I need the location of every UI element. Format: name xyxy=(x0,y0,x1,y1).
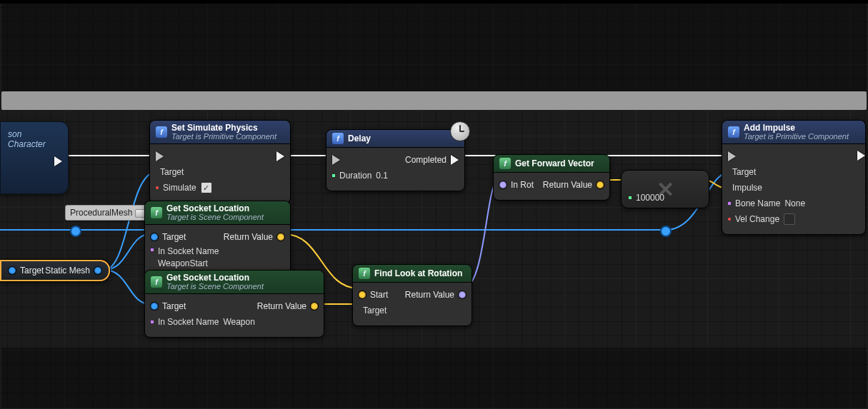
pin-bone-label: Bone Name xyxy=(735,198,780,208)
function-icon: f xyxy=(332,133,344,144)
node-subtitle: Target is Scene Component xyxy=(166,283,264,291)
socketname-field[interactable]: WeaponStart xyxy=(158,258,219,268)
pin-duration[interactable] xyxy=(332,174,335,177)
function-icon: f xyxy=(499,158,511,169)
pin-target-label: Target xyxy=(363,306,386,315)
pin-vel-label: Vel Change xyxy=(735,214,779,224)
component-chip-proceduralmesh[interactable]: ProceduralMesh xyxy=(65,205,149,221)
function-icon: f xyxy=(151,207,162,218)
pin-return-label: Return Value xyxy=(405,290,454,300)
node-multiply[interactable]: ✕ 100000 xyxy=(621,170,709,208)
reroute-2[interactable] xyxy=(660,226,672,237)
node-cast-to-character[interactable]: son Character xyxy=(0,121,69,194)
pin-bonename[interactable] xyxy=(728,202,731,205)
blueprint-canvas[interactable]: son Character ProceduralMesh Target Stat… xyxy=(0,0,868,409)
pin-staticmesh-label: Static Mesh xyxy=(45,266,90,276)
pin-socketname[interactable] xyxy=(151,320,154,323)
pin-simulate[interactable] xyxy=(156,186,159,189)
pin-return-label: Return Value xyxy=(257,301,306,311)
node-title: Find Look at Rotation xyxy=(374,269,462,278)
exec-out-icon[interactable] xyxy=(54,156,62,166)
node-subtitle: Target is Primitive Component xyxy=(744,133,849,141)
node-static-mesh-get[interactable]: Target Static Mesh xyxy=(0,260,110,281)
velchange-checkbox[interactable] xyxy=(784,213,795,225)
node-title: Set Simulate Physics xyxy=(171,123,276,133)
node-get-forward-vector[interactable]: f Get Forward Vector In Rot Return Value xyxy=(493,154,610,201)
node-title: Add Impulse xyxy=(744,123,849,133)
pin-simulate-label: Simulate xyxy=(163,183,196,193)
node-title: Delay xyxy=(348,134,371,143)
pin-socketname-label: In Socket Name xyxy=(158,246,219,256)
pin-velchange[interactable] xyxy=(728,218,731,221)
function-icon: f xyxy=(359,268,370,279)
reroute-1[interactable] xyxy=(70,226,81,237)
node-add-impulse[interactable]: f Add Impulse Target is Primitive Compon… xyxy=(722,120,866,235)
exec-in-icon[interactable] xyxy=(156,151,164,161)
pin-return-label: Return Value xyxy=(224,232,273,242)
cast-subtitle: son Character xyxy=(1,122,68,153)
exec-out-icon[interactable] xyxy=(276,151,284,161)
function-icon: f xyxy=(151,276,162,288)
node-subtitle: Target is Primitive Component xyxy=(171,133,276,141)
function-icon: f xyxy=(156,126,167,138)
pin-impulse-label: Impulse xyxy=(732,183,762,193)
pin-target-label: Target xyxy=(160,167,184,177)
pin-return[interactable] xyxy=(459,291,466,298)
pin-target[interactable] xyxy=(151,303,158,310)
function-icon: f xyxy=(728,126,739,138)
duration-field[interactable]: 0.1 xyxy=(376,171,388,181)
comment-titlebar[interactable] xyxy=(1,91,867,110)
bone-field[interactable]: None xyxy=(784,198,805,208)
socketname-field[interactable]: Weapon xyxy=(223,317,261,327)
pin-target[interactable] xyxy=(151,233,158,241)
node-subtitle: Target is Scene Component xyxy=(166,213,264,222)
pin-return[interactable] xyxy=(277,233,284,241)
pin-target-label: Target xyxy=(20,266,44,276)
pin-start[interactable] xyxy=(359,291,366,298)
pin-staticmesh-out[interactable] xyxy=(94,267,101,274)
comment-region-bottom xyxy=(1,348,867,408)
pin-duration-label: Duration xyxy=(339,171,371,181)
pin-target-label: Target xyxy=(162,301,186,311)
pin-inrot[interactable] xyxy=(499,181,507,188)
exec-in-icon[interactable] xyxy=(332,155,340,165)
simulate-checkbox[interactable]: ✓ xyxy=(201,182,212,193)
node-get-socket-location-1[interactable]: f Get Socket Location Target is Scene Co… xyxy=(144,201,291,276)
node-set-simulate-physics[interactable]: f Set Simulate Physics Target is Primiti… xyxy=(149,120,291,203)
comment-region-top xyxy=(1,4,867,91)
node-get-socket-location-2[interactable]: f Get Socket Location Target is Scene Co… xyxy=(144,270,324,338)
exec-in-icon[interactable] xyxy=(728,151,736,161)
pin-socketname[interactable] xyxy=(151,248,154,251)
exec-completed-icon[interactable] xyxy=(451,155,459,165)
pin-return-label: Return Value xyxy=(543,180,592,190)
pin-completed-label: Completed xyxy=(405,155,447,165)
node-title: Get Socket Location xyxy=(166,204,264,213)
clock-icon xyxy=(450,121,470,141)
pin-inrot-label: In Rot xyxy=(511,180,534,190)
pin-b[interactable] xyxy=(629,196,632,199)
pin-start-label: Start xyxy=(370,290,388,300)
pin-target-label: Target xyxy=(732,167,756,177)
pin-socketname-label: In Socket Name xyxy=(158,317,219,327)
exec-out-icon[interactable] xyxy=(857,151,865,161)
viewport-edge xyxy=(0,0,868,4)
pin-return[interactable] xyxy=(597,181,604,188)
pin-return[interactable] xyxy=(311,303,318,310)
pin-target-label: Target xyxy=(162,232,186,242)
node-find-look-at-rotation[interactable]: f Find Look at Rotation Start Return Val… xyxy=(352,264,472,326)
pin-target-in[interactable] xyxy=(9,267,16,274)
node-title: Get Forward Vector xyxy=(515,159,594,168)
node-title: Get Socket Location xyxy=(166,273,264,283)
node-delay[interactable]: f Delay Completed Duration0.1 xyxy=(326,129,465,191)
b-field[interactable]: 100000 xyxy=(636,193,670,203)
